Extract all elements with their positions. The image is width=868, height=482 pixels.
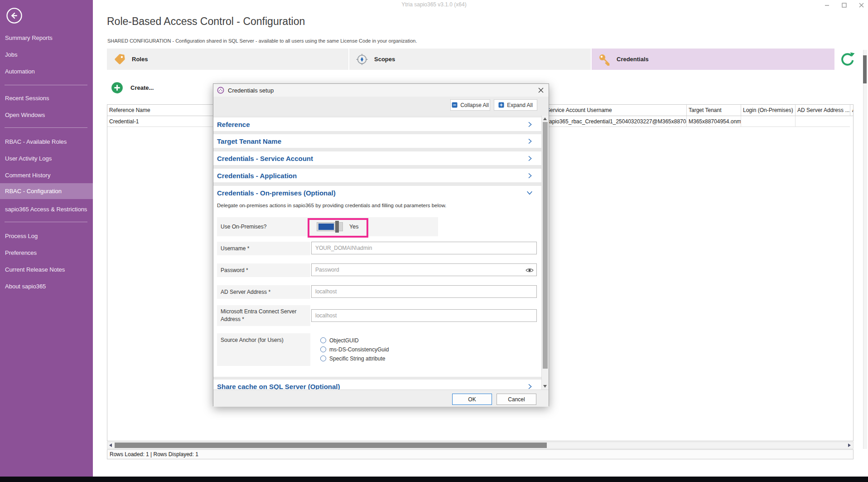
refresh-icon[interactable]: [839, 51, 856, 68]
chevron-right-icon: [526, 121, 533, 128]
window-vertical-scrollbar-thumb[interactable]: [863, 55, 867, 83]
dialog-scrollbar-thumb[interactable]: [543, 122, 548, 369]
credentials-setup-dialog: Credentials setup Collapse All Expand Al…: [213, 83, 549, 406]
section-reference[interactable]: Reference: [213, 117, 541, 131]
sidebar-item-open-windows[interactable]: Open Windows: [0, 108, 93, 122]
column-header-ad-server-address[interactable]: AD Server Address ...: [795, 105, 850, 116]
window-vertical-scrollbar[interactable]: [863, 50, 867, 449]
sidebar-item-recent-sessions[interactable]: Recent Sessions: [0, 92, 93, 105]
sidebar-divider: [5, 85, 87, 85]
tab-label: Credentials: [617, 56, 649, 63]
collapse-all-label: Collapse All: [460, 102, 489, 108]
column-header-target-tenant[interactable]: Target Tenant: [686, 105, 741, 116]
create-button[interactable]: Create...: [111, 82, 154, 94]
horizontal-scrollbar[interactable]: [107, 442, 854, 449]
sidebar-item-preferences[interactable]: Preferences: [0, 246, 93, 260]
dialog-close-icon[interactable]: [535, 85, 547, 96]
back-button[interactable]: [6, 7, 23, 24]
minimize-icon[interactable]: [824, 2, 830, 8]
section-credentials-on-premises: Credentials - On-premises (Optional) Del…: [213, 186, 541, 377]
sidebar-item-rbac-configuration[interactable]: RBAC - Configuration: [0, 183, 93, 199]
tab-roles[interactable]: Roles: [107, 49, 348, 70]
sidebar-item-process-log[interactable]: Process Log: [0, 229, 93, 243]
sidebar-item-automation[interactable]: Automation: [0, 65, 93, 78]
scroll-up-icon[interactable]: [543, 117, 547, 120]
sidebar-item-user-activity-logs[interactable]: User Activity Logs: [0, 152, 93, 166]
tab-scopes[interactable]: Scopes: [349, 49, 591, 70]
tag-icon: [113, 53, 126, 66]
sidebar-item-current-release-notes[interactable]: Current Release Notes: [0, 263, 93, 277]
source-anchor-label: Source Anchor (for Users): [217, 333, 310, 366]
maximize-icon[interactable]: [841, 2, 847, 8]
ad-server-address-label: AD Server Address *: [217, 285, 310, 299]
entra-connect-server-field[interactable]: [311, 309, 537, 322]
column-header-clipped[interactable]: A: [850, 105, 854, 116]
window-controls: [824, 2, 864, 8]
table-row-cell-service-account[interactable]: sapio365_rbac_Credential1_250403203227@M…: [544, 116, 686, 127]
column-header-login-on-premises[interactable]: Login (On-Premises): [741, 105, 795, 116]
page-subtitle: SHARED CONFIGURATION - Configuration sha…: [107, 38, 417, 44]
horizontal-scrollbar-thumb[interactable]: [115, 443, 547, 448]
sidebar-item-comment-history[interactable]: Comment History: [0, 169, 93, 182]
tab-credentials[interactable]: Credentials: [592, 49, 834, 70]
radio-objectguid[interactable]: ObjectGUID: [320, 336, 359, 344]
tab-label: Roles: [132, 56, 148, 63]
chevron-down-icon: [526, 189, 533, 196]
cancel-button[interactable]: Cancel: [497, 394, 536, 405]
section-credentials-application[interactable]: Credentials - Application: [213, 169, 541, 182]
sidebar-divider: [5, 222, 87, 222]
status-bar: Rows Loaded: 1 | Rows Displayed: 1: [107, 449, 854, 459]
username-field[interactable]: [311, 242, 537, 254]
entra-connect-server-label: Microsoft Entra Connect Server Address *: [217, 305, 310, 326]
collapse-all-button[interactable]: Collapse All: [450, 99, 490, 111]
radio-icon[interactable]: [320, 337, 326, 343]
section-header-on-premises[interactable]: Credentials - On-premises (Optional): [213, 186, 541, 200]
sidebar-item-rbac-available-roles[interactable]: RBAC - Available Roles: [0, 135, 93, 149]
sidebar: Summary Reports Jobs Automation Recent S…: [0, 0, 93, 477]
table-row-cell-ad-server[interactable]: [795, 116, 850, 127]
window-title: Ytria sapio365 v3.1.0 (x64): [0, 1, 868, 8]
close-icon[interactable]: [858, 2, 864, 8]
back-arrow-icon: [6, 7, 23, 24]
ok-button[interactable]: OK: [452, 394, 492, 405]
tab-label: Scopes: [374, 56, 395, 63]
sidebar-divider: [5, 127, 87, 128]
scroll-right-icon[interactable]: [848, 443, 851, 447]
dialog-titlebar[interactable]: Credentials setup: [213, 84, 549, 97]
scroll-left-icon[interactable]: [109, 443, 112, 447]
sidebar-item-sapio365-access[interactable]: sapio365 Access & Restrictions: [0, 203, 93, 216]
radio-specific-string-attribute[interactable]: Specific String attribute: [320, 355, 385, 362]
on-premises-description: Delegate on-premises actions in sapio365…: [217, 203, 446, 208]
section-target-tenant-name[interactable]: Target Tenant Name: [213, 134, 541, 148]
expand-all-label: Expand All: [507, 102, 533, 108]
expand-all-button[interactable]: Expand All: [494, 99, 537, 111]
sidebar-item-summary-reports[interactable]: Summary Reports: [0, 31, 93, 45]
radio-icon[interactable]: [320, 346, 326, 352]
chevron-right-icon: [526, 155, 533, 162]
ytria-app-icon: [217, 87, 224, 94]
dialog-vertical-scrollbar[interactable]: [541, 116, 549, 389]
sidebar-item-jobs[interactable]: Jobs: [0, 48, 93, 62]
collapse-icon: [452, 102, 458, 108]
sidebar-item-about-sapio365[interactable]: About sapio365: [0, 280, 93, 293]
column-header-service-account-username[interactable]: Service Account Username: [544, 105, 686, 116]
dialog-footer: OK Cancel: [213, 389, 549, 407]
chevron-right-icon: [526, 383, 533, 390]
table-row-cell-target-tenant[interactable]: M365x88704954.onm: [686, 116, 741, 127]
section-credentials-service-account[interactable]: Credentials - Service Account: [213, 151, 541, 165]
plus-circle-icon: [111, 82, 123, 94]
taskbar-strip: [0, 477, 868, 482]
password-field[interactable]: [311, 263, 537, 276]
crosshair-icon: [356, 53, 368, 66]
section-share-cache-sql[interactable]: Share cache on SQL Server (Optional): [213, 380, 541, 389]
radio-ms-ds-consistencyguid[interactable]: ms-DS-ConsistencyGuid: [320, 346, 389, 353]
password-reveal-eye-icon[interactable]: [525, 266, 534, 275]
scroll-down-icon[interactable]: [543, 385, 547, 388]
use-on-premises-label: Use On-Premises?: [221, 217, 266, 236]
ad-server-address-field[interactable]: [311, 285, 537, 298]
table-row-cell-login-on-premises[interactable]: [741, 116, 795, 127]
radio-icon[interactable]: [320, 355, 326, 361]
annotation-highlight: [308, 218, 368, 238]
chevron-right-icon: [526, 138, 533, 145]
expand-icon: [498, 102, 504, 108]
